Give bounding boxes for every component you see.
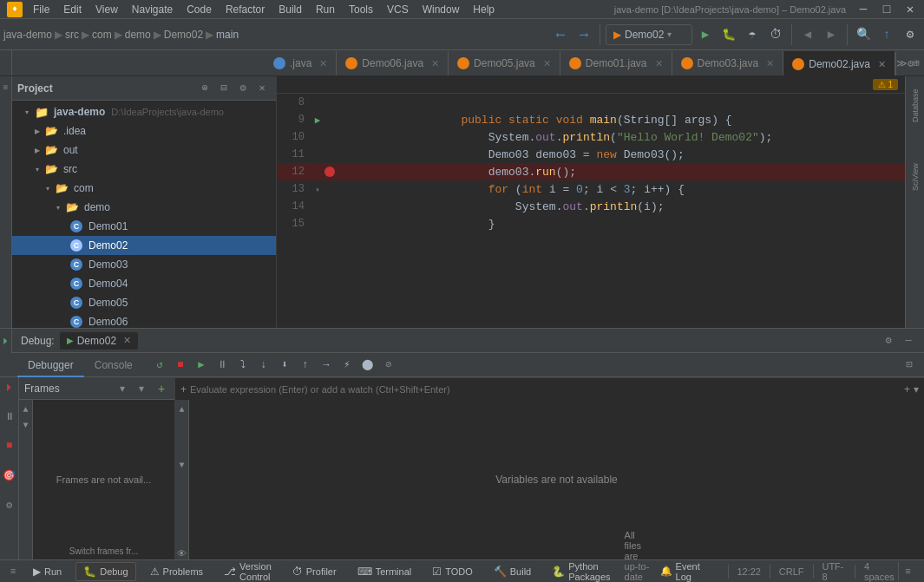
variables-up-button[interactable]: ▲: [176, 403, 188, 415]
eval-expression-input[interactable]: [190, 384, 901, 395]
tree-item-demo03[interactable]: C Demo03: [12, 255, 276, 274]
sidebar-database[interactable]: Database: [907, 80, 924, 132]
todo-status-button[interactable]: ☑ TODO: [425, 562, 480, 581]
run-to-cursor-button[interactable]: →: [317, 356, 336, 375]
locate-file-button[interactable]: ⊕: [196, 80, 213, 97]
breadcrumb-class[interactable]: Demo02: [164, 29, 203, 41]
run-status-button[interactable]: ▶ Run: [26, 562, 69, 581]
debug-status-button[interactable]: 🐛 Debug: [75, 562, 135, 581]
close-button[interactable]: ✕: [900, 0, 921, 20]
tab-demo05-close[interactable]: ✕: [543, 58, 551, 69]
split-editor-button[interactable]: ⊞: [914, 57, 920, 69]
menu-file[interactable]: File: [26, 0, 56, 19]
menu-code[interactable]: Code: [180, 0, 219, 19]
panel-close-button[interactable]: ✕: [253, 80, 271, 97]
debug-session-close[interactable]: ✕: [123, 335, 131, 346]
minimize-button[interactable]: ─: [853, 0, 874, 20]
step-out-button[interactable]: ↑: [296, 356, 315, 375]
tree-item-demo04[interactable]: C Demo04: [12, 274, 276, 293]
maximize-button[interactable]: □: [876, 0, 897, 20]
menu-refactor[interactable]: Refactor: [219, 0, 272, 19]
breadcrumb-src[interactable]: src: [65, 29, 79, 41]
breakpoint-12[interactable]: [324, 167, 335, 177]
tree-arrow-java-demo[interactable]: ▾: [22, 107, 32, 117]
restart-debug-icon[interactable]: ⏵: [3, 381, 16, 393]
menu-run[interactable]: Run: [309, 0, 342, 19]
collapse-all-button[interactable]: ⊟: [215, 80, 233, 97]
tree-item-java-demo[interactable]: ▾ 📁 java-demo D:\IdeaProjects\java-demo: [12, 102, 276, 121]
tree-item-demo05[interactable]: C Demo05: [12, 293, 276, 312]
tab-demo03-close[interactable]: ✕: [766, 58, 774, 69]
tree-item-idea[interactable]: ▶ 📂 .idea: [12, 121, 276, 141]
tab-demo06-close[interactable]: ✕: [431, 58, 439, 69]
breakpoints-button[interactable]: ⬤: [358, 356, 377, 375]
eval-chevron-icon[interactable]: ▾: [914, 383, 919, 396]
tree-item-demo02[interactable]: C Demo02: [12, 236, 276, 255]
breadcrumb-com[interactable]: com: [92, 29, 112, 41]
rerun-button[interactable]: ↺: [150, 356, 169, 375]
tree-item-demo[interactable]: ▾ 📂 demo: [12, 198, 276, 217]
tree-arrow-out[interactable]: ▶: [32, 145, 43, 155]
debug-session-tab[interactable]: ▶ Demo02 ✕: [60, 332, 138, 350]
frames-down-button[interactable]: ▼: [20, 419, 32, 431]
run-configuration[interactable]: ▶ Demo02 ▾: [606, 24, 692, 45]
build-status-button[interactable]: 🔨 Build: [487, 562, 538, 581]
status-crlf[interactable]: CRLF: [779, 566, 804, 577]
vcs-push-button[interactable]: ⟶: [573, 24, 594, 45]
tree-item-demo06[interactable]: C Demo06: [12, 312, 276, 328]
frames-add-button[interactable]: +: [154, 381, 169, 396]
pause-icon[interactable]: ⏸: [3, 410, 16, 422]
menu-help[interactable]: Help: [466, 0, 501, 19]
frames-filter-chevron[interactable]: ▾: [133, 380, 150, 397]
tree-arrow-demo[interactable]: ▾: [53, 202, 63, 213]
step-into-button[interactable]: ↓: [254, 356, 273, 375]
tab-demo01-close[interactable]: ✕: [655, 58, 663, 69]
tree-item-out[interactable]: ▶ 📂 out: [12, 141, 276, 160]
settings-button[interactable]: ⚙: [900, 24, 921, 45]
sidebar-structure-icon[interactable]: ≡: [3, 76, 8, 99]
tree-item-src[interactable]: ▾ 📂 src: [12, 160, 276, 179]
forward-button[interactable]: ▶: [821, 24, 842, 45]
event-log-button[interactable]: 🔔 Event Log: [653, 562, 719, 581]
evaluate-button[interactable]: ⚡: [337, 356, 357, 375]
tab-overflow-button[interactable]: ≫: [895, 51, 908, 75]
menu-window[interactable]: Window: [416, 0, 467, 19]
menu-tools[interactable]: Tools: [342, 0, 380, 19]
tree-item-com[interactable]: ▾ 📂 com: [12, 179, 276, 198]
settings-debug-icon[interactable]: ⚙: [3, 499, 16, 511]
tab-console[interactable]: Console: [84, 353, 143, 377]
mute-breakpoints-button[interactable]: ⊘: [379, 356, 398, 375]
python-status-button[interactable]: 🐍 Python Packages: [545, 562, 617, 581]
tab-demo02[interactable]: Demo02.java ✕: [783, 51, 895, 75]
breadcrumb-method[interactable]: main: [216, 29, 239, 41]
coverage-button[interactable]: ☂: [742, 24, 763, 45]
status-left-sidebar-toggle[interactable]: ≡: [7, 562, 19, 581]
tab-debugger[interactable]: Debugger: [17, 353, 84, 377]
variables-down-button[interactable]: ▼: [176, 459, 188, 471]
force-step-into-button[interactable]: ⬇: [275, 356, 294, 375]
tree-arrow-src[interactable]: ▾: [32, 164, 43, 174]
menu-view[interactable]: View: [88, 0, 125, 19]
status-right-sidebar-toggle[interactable]: ≡: [898, 562, 917, 581]
frames-filter-button[interactable]: ▾: [114, 380, 131, 397]
panel-settings-button[interactable]: ⚙: [234, 80, 252, 97]
stop-debug-icon[interactable]: ■: [3, 440, 16, 452]
menu-navigate[interactable]: Navigate: [125, 0, 180, 19]
vcs-status-button[interactable]: ⎇ Version Control: [217, 562, 279, 581]
tab-demo02-close[interactable]: ✕: [878, 59, 886, 70]
breadcrumb-project[interactable]: java-demo: [3, 29, 52, 41]
menu-vcs[interactable]: VCS: [380, 0, 416, 19]
eval-add-watch-icon[interactable]: +: [904, 383, 910, 396]
search-everywhere-button[interactable]: 🔍: [853, 24, 874, 45]
back-button[interactable]: ◀: [797, 24, 818, 45]
tab-unnamed-close[interactable]: ✕: [319, 58, 327, 69]
profiler-status-button[interactable]: ⏱ Profiler: [285, 562, 344, 581]
step-over-button[interactable]: ⤵: [233, 356, 252, 375]
terminal-status-button[interactable]: ⌨ Terminal: [351, 562, 419, 581]
tree-item-demo01[interactable]: C Demo01: [12, 217, 276, 236]
tab-demo03[interactable]: Demo03.java ✕: [672, 51, 784, 75]
menu-edit[interactable]: Edit: [56, 0, 88, 19]
frames-up-button[interactable]: ▲: [20, 403, 32, 415]
debug-panel-icon[interactable]: ⏵: [2, 336, 10, 346]
problems-status-button[interactable]: ⚠ Problems: [143, 562, 210, 581]
